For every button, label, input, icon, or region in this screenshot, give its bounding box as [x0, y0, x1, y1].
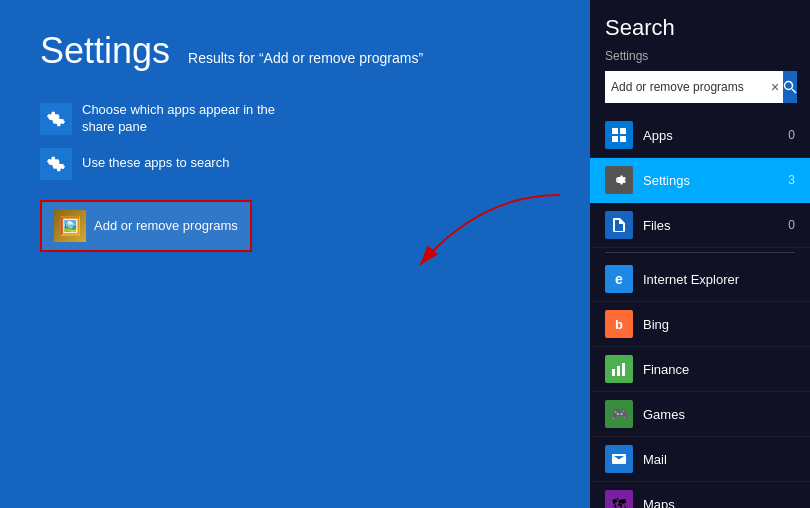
finance-label: Finance: [643, 362, 795, 377]
mail-icon: [605, 445, 633, 473]
settings-result-choose-apps[interactable]: Choose which apps appear in the share pa…: [40, 102, 550, 136]
mail-label: Mail: [643, 452, 795, 467]
settings-results-list: Choose which apps appear in the share pa…: [40, 102, 550, 180]
settings-result-use-apps[interactable]: Use these apps to search: [40, 148, 550, 180]
svg-rect-5: [612, 136, 618, 142]
settings-result-use-apps-label: Use these apps to search: [82, 155, 229, 172]
bing-label: Bing: [643, 317, 795, 332]
svg-point-1: [785, 82, 793, 90]
maps-label: Maps: [643, 497, 795, 509]
category-item-games[interactable]: 🎮 Games: [590, 392, 810, 437]
files-icon: [605, 211, 633, 239]
category-item-mail[interactable]: Mail: [590, 437, 810, 482]
results-grid: 🖼️ Add or remove programs: [40, 200, 550, 252]
category-item-files[interactable]: Files 0: [590, 203, 810, 248]
gear-icon-2: [40, 148, 72, 180]
sidebar: Search Settings × Apps 0: [590, 0, 810, 508]
grid-icon: [611, 127, 627, 143]
ie-icon: e: [605, 265, 633, 293]
result-add-remove-label: Add or remove programs: [94, 218, 238, 233]
svg-rect-3: [612, 128, 618, 134]
category-item-ie[interactable]: e Internet Explorer: [590, 257, 810, 302]
category-item-bing[interactable]: b Bing: [590, 302, 810, 347]
svg-rect-4: [620, 128, 626, 134]
search-clear-button[interactable]: ×: [767, 76, 783, 98]
category-separator: [605, 252, 795, 253]
page-title: Settings: [40, 30, 170, 72]
apps-icon: [605, 121, 633, 149]
files-count: 0: [788, 218, 795, 232]
settings-icon: [605, 166, 633, 194]
category-item-maps[interactable]: 🗺 Maps: [590, 482, 810, 508]
maps-icon: 🗺: [605, 490, 633, 508]
gear-icon: [40, 103, 72, 135]
finance-icon: [605, 355, 633, 383]
chart-icon: [611, 361, 627, 377]
file-icon: [611, 217, 627, 233]
apps-count: 0: [788, 128, 795, 142]
search-section: Search Settings ×: [590, 0, 810, 113]
envelope-icon: [611, 451, 627, 467]
search-context-label: Settings: [605, 49, 795, 63]
settings-count: 3: [788, 173, 795, 187]
games-icon: 🎮: [605, 400, 633, 428]
apps-label: Apps: [643, 128, 778, 143]
search-go-button[interactable]: [783, 71, 797, 103]
control-panel-icon: 🖼️: [54, 210, 86, 242]
files-label: Files: [643, 218, 778, 233]
svg-rect-6: [620, 136, 626, 142]
search-input-wrapper: ×: [605, 71, 795, 103]
games-label: Games: [643, 407, 795, 422]
settings-result-choose-apps-label: Choose which apps appear in the share pa…: [82, 102, 282, 136]
svg-line-2: [792, 89, 796, 93]
gear-icon-sidebar: [611, 172, 627, 188]
settings-label: Settings: [643, 173, 778, 188]
search-panel-title: Search: [605, 15, 795, 41]
ie-label: Internet Explorer: [643, 272, 795, 287]
category-item-finance[interactable]: Finance: [590, 347, 810, 392]
results-subtitle: Results for “Add or remove programs”: [188, 50, 423, 66]
category-list: Apps 0 Settings 3 Files 0: [590, 113, 810, 508]
svg-rect-8: [617, 366, 620, 376]
bing-icon: b: [605, 310, 633, 338]
svg-rect-7: [612, 369, 615, 376]
result-add-remove-programs[interactable]: 🖼️ Add or remove programs: [40, 200, 252, 252]
main-content: Settings Results for “Add or remove prog…: [0, 0, 590, 508]
search-input[interactable]: [605, 76, 767, 98]
category-item-apps[interactable]: Apps 0: [590, 113, 810, 158]
search-icon: [783, 80, 797, 94]
svg-rect-9: [622, 363, 625, 376]
category-item-settings[interactable]: Settings 3: [590, 158, 810, 203]
